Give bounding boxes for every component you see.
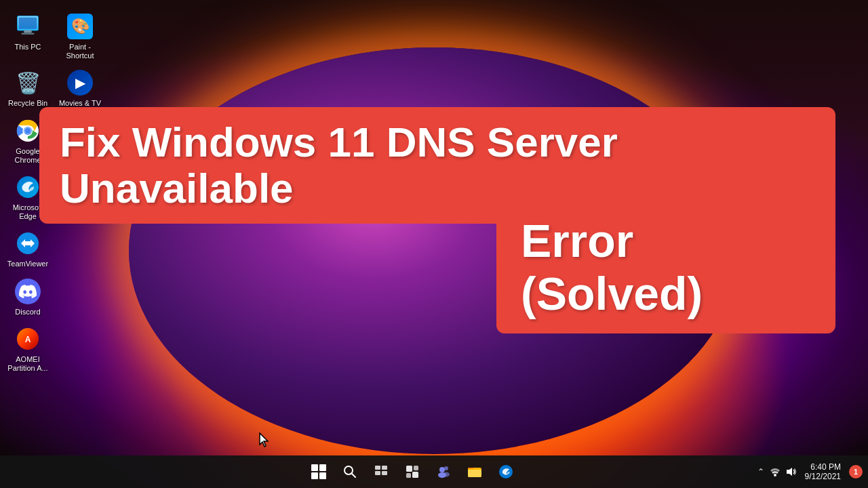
network-icon[interactable] [770,466,781,477]
expand-tray-icon[interactable]: ⌃ [757,467,764,476]
svg-point-8 [25,127,31,134]
system-tray-icons: ⌃ [757,466,797,477]
teams-chat-button[interactable] [429,457,458,487]
teams-icon [436,464,451,479]
clock-display[interactable]: 6:40 PM 9/12/2021 [800,461,846,483]
discord-label: Discord [15,308,40,317]
svg-rect-3 [24,30,31,33]
paint-label: Paint -Shortcut [66,43,94,60]
svg-rect-22 [414,466,418,470]
desktop-icon-this-pc[interactable]: This PC [3,10,52,63]
taskview-icon [374,465,388,479]
chrome-icon [14,117,41,144]
windows-logo-icon [311,464,326,479]
teamviewer-icon [14,230,41,257]
search-button[interactable] [335,457,365,487]
svg-marker-32 [787,468,792,476]
svg-rect-23 [406,473,411,478]
svg-line-16 [352,474,356,478]
icon-row-5: Discord [3,275,104,319]
time-text: 6:40 PM [810,462,841,472]
svg-rect-24 [412,472,418,478]
svg-rect-17 [375,466,380,470]
this-pc-icon [14,13,41,40]
desktop-icon-discord[interactable]: Discord [3,275,52,319]
svg-text:A: A [25,335,31,344]
discord-icon [14,278,41,305]
search-icon [343,465,357,479]
svg-point-31 [774,474,776,476]
taskbar-right: ⌃ 6:40 PM 9/12/2021 [757,461,868,483]
recycle-bin-icon: 🗑️ [14,69,41,96]
svg-rect-19 [375,471,380,475]
paint-icon: 🎨 [66,13,94,40]
taskbar-center [304,457,521,487]
recycle-label: Recycle Bin [8,99,47,108]
icon-row-1: 🗑️ Recycle Bin ▶ Movies & TV [3,66,104,110]
svg-rect-20 [382,471,387,475]
volume-icon[interactable] [786,466,797,477]
svg-rect-18 [382,466,387,470]
svg-rect-2 [19,18,37,29]
icon-row-0: This PC 🎨 Paint -Shortcut [3,10,104,63]
taskview-button[interactable] [366,457,396,487]
desktop-icon-movies[interactable]: ▶ Movies & TV [56,66,104,110]
svg-point-26 [444,466,448,470]
date-text: 9/12/2021 [805,472,841,481]
file-explorer-icon [467,464,482,479]
svg-point-25 [439,467,445,472]
icon-row-4: TeamViewer [3,227,104,271]
widgets-button[interactable] [397,457,427,487]
start-button[interactable] [304,457,334,487]
desktop: This PC 🎨 Paint -Shortcut 🗑️ Recycle Bin… [0,0,868,488]
taskbar-edge-icon [498,464,513,479]
widgets-icon [406,465,419,479]
notification-count: 1 [854,468,858,476]
desktop-icon-recycle[interactable]: 🗑️ Recycle Bin [3,66,52,110]
notification-badge[interactable]: 1 [849,465,863,479]
main-banner-text: Fix Windows 11 DNS Server Unavailable [60,119,618,211]
icon-row-6: A AOMEI Partition A... [3,323,104,375]
svg-point-28 [443,472,450,477]
svg-rect-4 [22,33,35,35]
svg-rect-21 [406,466,412,472]
desktop-icon-paint[interactable]: 🎨 Paint -Shortcut [56,10,104,63]
sub-title-banner: Error (Solved) [496,201,835,333]
desktop-icon-aomei[interactable]: A AOMEI Partition A... [3,323,52,375]
taskbar: ⌃ 6:40 PM 9/12/2021 [0,455,868,488]
sub-banner-text: Error (Solved) [521,215,703,319]
taskbar-edge-button[interactable] [491,457,521,487]
teamviewer-label: TeamViewer [7,260,48,268]
movies-icon: ▶ [66,69,94,96]
desktop-icon-teamviewer[interactable]: TeamViewer [3,227,52,271]
this-pc-label: This PC [14,43,41,52]
aomei-icon: A [14,325,41,352]
edge-icon [14,174,41,201]
aomei-label: AOMEI Partition A... [6,355,50,373]
file-explorer-button[interactable] [460,457,490,487]
